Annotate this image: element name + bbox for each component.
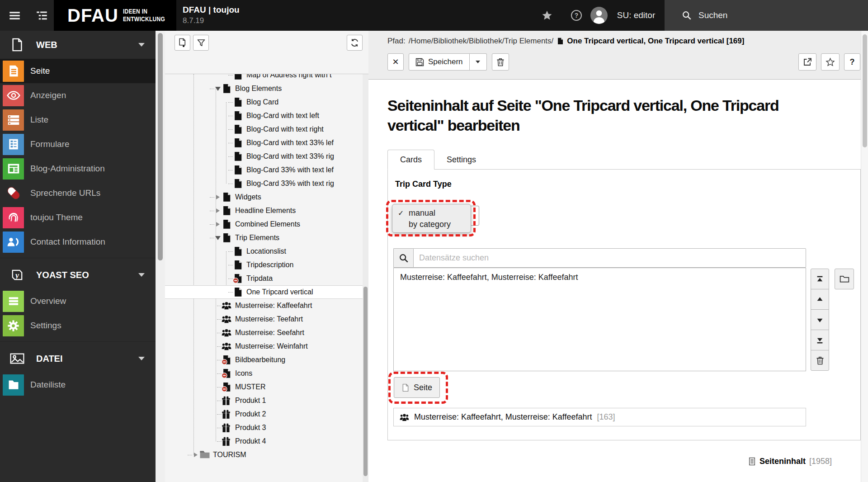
browse-records-button[interactable] <box>835 269 854 289</box>
menu-icon[interactable] <box>3 0 26 31</box>
sidebar-item-label: Seite <box>30 66 50 76</box>
tree-item-blog-card-with-text-33-lef[interactable]: Blog-Card with text 33% lef <box>165 136 363 150</box>
tree-item-widgets[interactable]: Widgets <box>165 190 363 204</box>
tree-item-blog-elements[interactable]: Blog Elements <box>165 82 363 95</box>
gift-icon <box>222 423 231 433</box>
delete-button[interactable] <box>811 350 829 371</box>
scrollbar-thumb[interactable] <box>863 34 867 147</box>
main-scrollbar[interactable] <box>861 31 868 482</box>
page-icon <box>222 219 231 229</box>
tree-item-blog-card-with-text-left[interactable]: Blog-Card with text left <box>165 109 363 123</box>
trip-card-type-select[interactable] <box>471 206 479 226</box>
save-options-button[interactable] <box>470 53 487 71</box>
filter-button[interactable] <box>193 35 209 51</box>
menu-section-datei[interactable]: DATEI <box>0 345 156 373</box>
tree-item-muster[interactable]: MUSTER <box>165 380 363 394</box>
tree-toggle-closed-icon[interactable] <box>214 194 222 201</box>
sidebar-item-anzeigen[interactable]: Anzeigen <box>0 83 156 108</box>
tree-item-blog-card-with-text-33-rig[interactable]: Blog-Card with text 33% rig <box>165 150 363 163</box>
selected-records-listbox[interactable]: Musterreise: Kaffeefahrt, Musterreise: K… <box>393 268 806 371</box>
dropdown-option-manual[interactable]: ✓manual <box>392 208 471 219</box>
selected-record-row[interactable]: Musterreise: Kaffeefahrt, Musterreise: K… <box>393 408 806 426</box>
tree-toggle-open-icon[interactable] <box>214 234 222 241</box>
global-search[interactable]: Suchen <box>665 0 868 31</box>
new-page-button[interactable] <box>175 35 190 51</box>
tree-item-map-of-address-right-with-t[interactable]: Map of Address right with t <box>165 74 363 82</box>
tree-item-icons[interactable]: Icons <box>165 367 363 380</box>
bookmark-star-icon[interactable] <box>536 0 558 31</box>
move-down-button[interactable] <box>811 309 829 330</box>
page-tree-toggle-icon[interactable] <box>30 0 53 31</box>
sidebar-item-dateiliste[interactable]: Dateiliste <box>0 373 156 397</box>
tree-toggle-closed-icon[interactable] <box>214 207 222 214</box>
listbox-item[interactable]: Musterreise: Kaffeefahrt, Musterreise: K… <box>400 273 799 282</box>
main-content: Pfad: /Home/Bibliothek/Bibliothek/Trip E… <box>368 31 868 482</box>
help-icon[interactable]: ? <box>565 0 588 31</box>
create-seite-button[interactable]: Seite <box>394 377 440 398</box>
sidebar-item-overview[interactable]: Overview <box>0 289 156 313</box>
tree-item-locationslist[interactable]: Locationslist <box>165 245 363 258</box>
tree-item-one-tripcard-vertical[interactable]: One Tripcard vertical <box>165 285 363 299</box>
tree-item-tripdata[interactable]: Tripdata <box>165 272 363 285</box>
tree-item-blog-card-33-with-text-rig[interactable]: Blog-Card 33% with text rig <box>165 177 363 190</box>
avatar[interactable] <box>589 0 609 31</box>
tree-item-produkt-1[interactable]: Produkt 1 <box>165 394 363 407</box>
docheader-help-button[interactable]: ? <box>844 53 860 71</box>
tree-item-musterreise-weinfahrt[interactable]: Musterreise: Weinfahrt <box>165 340 363 353</box>
tab-settings[interactable]: Settings <box>434 150 488 170</box>
tree-toggle-closed-icon[interactable] <box>192 451 199 458</box>
tree-item-combined-elements[interactable]: Combined Elements <box>165 217 363 231</box>
move-to-top-button[interactable] <box>811 269 829 289</box>
tree-scrollbar-right[interactable] <box>363 74 368 482</box>
sidebar-item-blog-administration[interactable]: Blog-Administration <box>0 156 156 181</box>
move-up-button[interactable] <box>811 289 829 310</box>
tree-item-bildbearbeitung[interactable]: Bildbearbeitung <box>165 353 363 367</box>
delete-button[interactable] <box>492 53 509 71</box>
tree-item-musterreise-seefahrt[interactable]: Musterreise: Seefahrt <box>165 326 363 340</box>
tree-item-tripdescription[interactable]: Tripdescription <box>165 258 363 272</box>
record-controls <box>811 269 829 371</box>
refresh-tree-button[interactable] <box>347 35 363 51</box>
dropdown-option-by-category[interactable]: by category <box>392 219 471 230</box>
tree-item-musterreise-teefahrt[interactable]: Musterreise: Teefahrt <box>165 312 363 326</box>
menu-section-yoast-seo[interactable]: yYOAST SEO <box>0 261 156 289</box>
tree-toggle-open-icon[interactable] <box>214 85 222 92</box>
tree-item-produkt-2[interactable]: Produkt 2 <box>165 407 363 421</box>
path-value[interactable]: /Home/Bibliothek/Bibliothek/Trip Element… <box>409 37 554 46</box>
tree-scrollbar-left[interactable] <box>156 31 165 482</box>
scrollbar-thumb[interactable] <box>158 33 163 260</box>
menu-section-web[interactable]: WEB <box>0 31 156 59</box>
dropdown-option-label: by category <box>409 220 451 229</box>
sidebar-item-sprechende-urls[interactable]: Sprechende URLs <box>0 181 156 205</box>
tree-item-musterreise-kaffeefahrt[interactable]: Musterreise: Kaffeefahrt <box>165 299 363 312</box>
tree-connector <box>228 184 233 184</box>
site-title[interactable]: DFAU | toujou 8.7.19 <box>183 5 240 25</box>
sidebar-item-formulare[interactable]: Formulare <box>0 132 156 156</box>
move-to-bottom-button[interactable] <box>811 330 829 350</box>
tree-connector <box>228 116 233 116</box>
dfau-logo[interactable]: DFAU IDEEN INENTWICKLUNG <box>54 0 176 31</box>
bookmark-button[interactable] <box>821 53 840 71</box>
close-icon: ✕ <box>392 57 399 67</box>
sidebar-item-liste[interactable]: Liste <box>0 108 156 132</box>
tree-item-blog-card-with-text-right[interactable]: Blog-Card with text right <box>165 123 363 136</box>
tree-item-trip-elements[interactable]: Trip Elements <box>165 231 363 245</box>
close-button[interactable]: ✕ <box>387 53 404 71</box>
open-in-new-window-button[interactable] <box>798 53 816 71</box>
tree-item-produkt-3[interactable]: Produkt 3 <box>165 421 363 435</box>
tree-item-produkt-4[interactable]: Produkt 4 <box>165 435 363 448</box>
sidebar-item-seite[interactable]: Seite <box>0 59 156 83</box>
scrollbar-thumb[interactable] <box>363 287 368 476</box>
user-menu[interactable]: SU: editor <box>611 0 661 31</box>
record-search-input[interactable] <box>413 248 806 268</box>
tree-toggle-closed-icon[interactable] <box>214 221 222 228</box>
tree-item-headline-elements[interactable]: Headline Elements <box>165 204 363 217</box>
tree-item-blog-card[interactable]: Blog Card <box>165 95 363 109</box>
tree-item-tourism[interactable]: TOURISM <box>165 448 363 462</box>
tree-item-blog-card-33-with-text-lef[interactable]: Blog-Card 33% with text lef <box>165 163 363 177</box>
sidebar-item-toujou-theme[interactable]: toujou Theme <box>0 205 156 230</box>
save-button[interactable]: Speichern <box>409 53 470 71</box>
sidebar-item-settings[interactable]: Settings <box>0 313 156 338</box>
sidebar-item-contact-information[interactable]: Contact Information <box>0 230 156 254</box>
tab-cards[interactable]: Cards <box>387 150 434 170</box>
